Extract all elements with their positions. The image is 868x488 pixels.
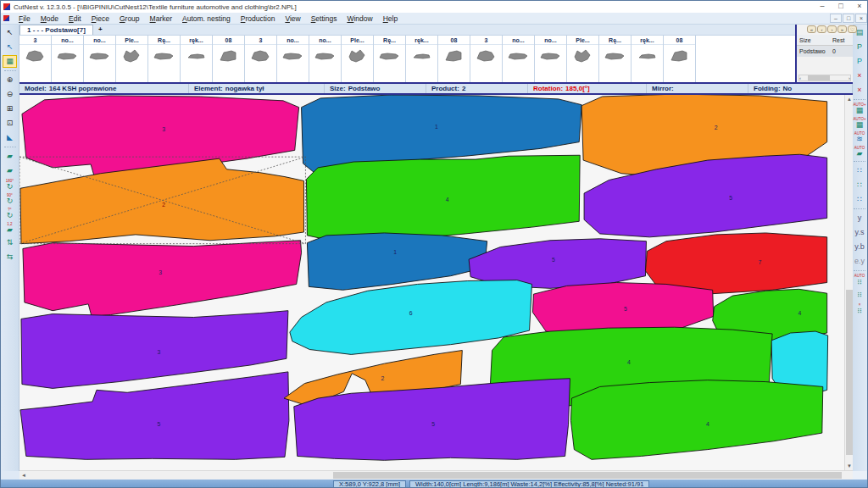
- part-column-header: no...: [535, 36, 566, 45]
- minimize-icon[interactable]: –: [813, 1, 832, 13]
- menu-window[interactable]: Window: [342, 14, 377, 23]
- part-column[interactable]: Rę...: [148, 36, 181, 82]
- dots-u-icon: ∷: [857, 196, 862, 203]
- menu-mode[interactable]: Mode: [36, 14, 64, 23]
- rotate-90-button[interactable]: 90°↻: [3, 193, 17, 206]
- remove-piece-button[interactable]: ×: [853, 69, 867, 82]
- first-icon[interactable]: «: [807, 25, 816, 33]
- dots-piece-icon: ∷: [857, 181, 862, 189]
- horizontal-scrollbar[interactable]: ◄: [19, 470, 853, 480]
- vertical-scrollbar[interactable]: ▲ ▼: [844, 95, 853, 470]
- scroll-up-icon[interactable]: ▲: [845, 95, 854, 103]
- menu-production[interactable]: Production: [236, 14, 281, 23]
- menu-piece[interactable]: Piece: [86, 14, 114, 23]
- maximize-icon[interactable]: □: [832, 1, 850, 13]
- part-column[interactable]: 3: [245, 36, 277, 82]
- part-column[interactable]: 08: [438, 36, 470, 82]
- page-p-button[interactable]: P: [853, 41, 867, 53]
- auto-nest-add-button[interactable]: AUTO+▦: [853, 117, 867, 130]
- part-column[interactable]: Ple...: [567, 36, 599, 82]
- part-column[interactable]: 08: [664, 36, 696, 82]
- menu-marker[interactable]: Marker: [145, 14, 177, 23]
- piece-thumbnail-icon: [443, 48, 465, 64]
- part-column[interactable]: no...: [535, 36, 567, 82]
- auto-piece-button[interactable]: AUTO▰: [853, 146, 867, 158]
- part-column[interactable]: no...: [277, 36, 309, 82]
- y-s-button[interactable]: y.s: [853, 226, 867, 239]
- dots-piece-button[interactable]: ∷: [853, 179, 867, 191]
- cursor-button[interactable]: ↖: [3, 26, 17, 39]
- y-b-button[interactable]: y.b: [853, 241, 867, 253]
- part-column[interactable]: no...: [84, 36, 116, 82]
- auto-nest-table-button[interactable]: AUTO+▦: [853, 103, 867, 115]
- zoom-out-button[interactable]: ⊖: [3, 88, 17, 101]
- part-column[interactable]: no...: [52, 36, 84, 82]
- part-column[interactable]: Ple...: [342, 36, 374, 82]
- mdi-minimize-icon[interactable]: ‒: [830, 14, 842, 23]
- rotate-free-button[interactable]: ?°↻: [3, 208, 17, 220]
- part-column[interactable]: 08: [213, 36, 245, 82]
- part-column[interactable]: ręk...: [181, 36, 213, 82]
- favorite-icon[interactable]: ♡: [848, 25, 857, 33]
- auto-nest-button[interactable]: AUTO≋: [853, 131, 867, 144]
- curve-y-button[interactable]: y: [853, 212, 867, 225]
- mdi-restore-icon[interactable]: □: [843, 14, 854, 23]
- sss-delete-button[interactable]: ×⁝⁝: [853, 302, 867, 315]
- menu-view[interactable]: View: [280, 14, 305, 23]
- part-column[interactable]: Rę...: [374, 36, 406, 82]
- previous-icon[interactable]: ‹: [817, 25, 826, 33]
- zoom-region-button[interactable]: ⊞: [3, 103, 17, 115]
- part-column-header: 08: [664, 36, 695, 45]
- horizontal-scroll-thumb[interactable]: [333, 472, 842, 479]
- last-icon[interactable]: »: [837, 25, 847, 33]
- close-icon[interactable]: ×: [850, 1, 868, 13]
- rotate-180-button[interactable]: 180°↻: [3, 179, 17, 191]
- dots-button[interactable]: ∷: [853, 164, 867, 177]
- part-column[interactable]: Rę...: [599, 36, 632, 82]
- next-icon[interactable]: ›: [827, 25, 837, 33]
- piece-number: 4: [798, 310, 801, 316]
- size-panel-scrollbar[interactable]: ‹›: [798, 75, 851, 81]
- dots-u-button[interactable]: ∷: [853, 193, 867, 206]
- mdi-close-icon[interactable]: ×: [855, 14, 867, 23]
- sss-move-button[interactable]: ⁝⁝: [853, 288, 867, 301]
- piece-pair-icon: ▰: [7, 167, 13, 175]
- menu-edit[interactable]: Edit: [64, 14, 86, 23]
- nesting-canvas[interactable]: 3122453157365452454 ▲ ▼: [19, 95, 853, 470]
- menu-file[interactable]: File: [14, 14, 36, 23]
- part-column[interactable]: ręk...: [632, 36, 664, 82]
- piece-add-button[interactable]: ▰: [3, 150, 17, 163]
- size-cell: Podstawo: [797, 46, 831, 57]
- piece-order-button[interactable]: 1,2▰: [3, 222, 17, 235]
- remove-all-button[interactable]: ×: [853, 84, 867, 97]
- part-column[interactable]: 3: [19, 36, 52, 82]
- flip-horizontal-button[interactable]: ⇆: [3, 251, 17, 263]
- menu-group[interactable]: Group: [114, 14, 145, 23]
- piece-pair-button[interactable]: ▰: [3, 164, 17, 177]
- flip-vertical-button[interactable]: ⇅: [3, 236, 17, 249]
- zoom-in-button[interactable]: ⊕: [3, 74, 17, 86]
- table-row[interactable]: Podstawo 0: [797, 46, 853, 57]
- scroll-down-icon[interactable]: ▼: [845, 462, 854, 470]
- piece-p-button[interactable]: P: [853, 55, 867, 68]
- zoom-fit-button[interactable]: ⊡: [3, 117, 17, 130]
- part-column[interactable]: Ple...: [116, 36, 148, 82]
- vertical-scroll-thumb[interactable]: [846, 290, 853, 455]
- auto-nest-table-icon: ▦: [856, 107, 864, 114]
- tab-podstawo[interactable]: 1 - - - Podstawo[7]: [19, 25, 93, 35]
- part-column[interactable]: no...: [503, 36, 535, 82]
- scroll-left-icon[interactable]: ◄: [19, 471, 28, 480]
- e-y-button[interactable]: e.y: [853, 255, 867, 268]
- part-column[interactable]: no...: [309, 36, 342, 82]
- menu-help[interactable]: Help: [378, 14, 403, 23]
- measure-button[interactable]: ◣: [3, 131, 17, 144]
- part-column[interactable]: ręk...: [406, 36, 438, 82]
- piece-number: 2: [162, 202, 165, 208]
- add-tab-button[interactable]: +: [93, 25, 108, 35]
- menu-settings[interactable]: Settings: [306, 14, 342, 23]
- marker-view-button[interactable]: ▦: [3, 55, 17, 68]
- menu-autom-nesting[interactable]: Autom. nesting: [177, 14, 236, 23]
- sss-auto-button[interactable]: AUTO⁝⁝: [853, 274, 867, 286]
- part-column[interactable]: 3: [470, 36, 503, 82]
- cursor-marker-button[interactable]: ↖: [3, 41, 17, 53]
